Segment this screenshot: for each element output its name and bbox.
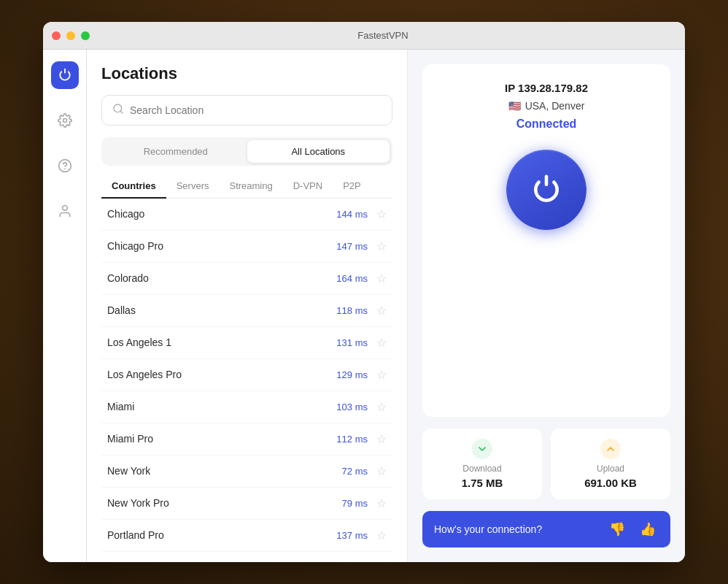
svg-point-3 (62, 206, 67, 211)
favorite-icon[interactable]: ☆ (376, 464, 387, 478)
location-item-ms: 79 ms (342, 498, 368, 509)
location-item-name: New York (107, 465, 342, 477)
maximize-button[interactable] (81, 31, 90, 40)
svg-point-0 (63, 119, 66, 123)
location-item-ms: 144 ms (336, 209, 368, 220)
location-item-ms: 147 ms (336, 241, 368, 252)
tab-recommended[interactable]: Recommended (104, 140, 247, 163)
stats-row: Download 1.75 MB Upload 691.00 KB (422, 429, 670, 499)
location-item-name: Portland Pro (107, 529, 336, 541)
minimize-button[interactable] (66, 31, 75, 40)
upload-stat: Upload 691.00 KB (551, 429, 670, 499)
sidebar (43, 50, 87, 562)
favorite-icon[interactable]: ☆ (376, 207, 387, 221)
search-input[interactable] (130, 104, 382, 116)
upload-label: Upload (597, 464, 624, 474)
traffic-lights (52, 31, 90, 40)
location-item-ms: 164 ms (336, 273, 368, 284)
location-item-name: Miami (107, 401, 336, 412)
location-item-name: Chicago Pro (107, 240, 336, 252)
download-value: 1.75 MB (462, 477, 503, 489)
sidebar-item-help[interactable] (51, 152, 79, 180)
flag-icon: 🇺🇸 (508, 100, 521, 112)
location-list: Chicago 144 ms ☆ Chicago Pro 147 ms ☆ Co… (101, 199, 392, 563)
favorite-icon[interactable]: ☆ (376, 272, 387, 285)
list-item[interactable]: Miami Pro 112 ms ☆ (101, 423, 392, 456)
ip-address: IP 139.28.179.82 (505, 82, 588, 94)
app-window: FastestVPN (43, 22, 685, 562)
sidebar-item-power[interactable] (51, 61, 79, 89)
location-item-name: Dallas (107, 304, 336, 316)
thumbs-up-button[interactable]: 👍 (637, 520, 659, 539)
favorite-icon[interactable]: ☆ (376, 529, 387, 542)
search-icon (112, 103, 124, 118)
thumbs-down-button[interactable]: 👎 (606, 520, 628, 539)
favorite-icon[interactable]: ☆ (376, 368, 387, 382)
location-item-name: New York Pro (107, 497, 342, 509)
search-bar[interactable] (101, 95, 392, 126)
subtab-p2p[interactable]: P2P (333, 174, 371, 199)
subtab-countries[interactable]: Countries (101, 174, 166, 199)
location-item-name: Los Angeles Pro (107, 369, 336, 380)
favorite-icon[interactable]: ☆ (376, 336, 387, 350)
location-flag-row: 🇺🇸 USA, Denver (508, 100, 585, 112)
location-item-ms: 72 ms (342, 466, 368, 477)
svg-line-5 (120, 111, 123, 113)
connection-card: IP 139.28.179.82 🇺🇸 USA, Denver Connecte… (422, 64, 670, 417)
location-item-ms: 112 ms (336, 434, 368, 445)
favorite-icon[interactable]: ☆ (376, 496, 387, 510)
download-label: Download (462, 464, 501, 474)
feedback-bar: How's your connection? 👎 👍 (422, 511, 670, 548)
list-item[interactable]: Los Angeles 1 131 ms ☆ (101, 327, 392, 359)
list-item[interactable]: Colorado 164 ms ☆ (101, 263, 392, 295)
location-item-name: Chicago (107, 208, 336, 220)
page-title: Locations (101, 64, 392, 83)
list-item[interactable]: New York Pro 79 ms ☆ (101, 488, 392, 520)
list-item[interactable]: Chicago Pro 147 ms ☆ (101, 231, 392, 263)
window-title: FastestVPN (90, 30, 676, 41)
location-item-ms: 103 ms (336, 402, 368, 412)
sidebar-item-account[interactable] (51, 197, 79, 225)
favorite-icon[interactable]: ☆ (376, 432, 387, 446)
connection-status: Connected (516, 118, 577, 131)
favorite-icon[interactable]: ☆ (376, 304, 387, 318)
location-item-ms: 137 ms (336, 530, 368, 541)
location-item-name: Miami Pro (107, 433, 336, 445)
download-stat: Download 1.75 MB (422, 429, 542, 499)
power-button-wrap (499, 142, 594, 237)
location-item-name: Los Angeles 1 (107, 337, 336, 348)
favorite-icon[interactable]: ☆ (376, 239, 387, 253)
list-item[interactable]: New York 72 ms ☆ (101, 456, 392, 488)
list-item[interactable]: Portland Pro 137 ms ☆ (101, 520, 392, 552)
subtab-streaming[interactable]: Streaming (219, 174, 282, 199)
main-tabs: Recommended All Locations (101, 137, 392, 166)
sidebar-item-settings[interactable] (51, 107, 79, 134)
power-button[interactable] (506, 150, 586, 230)
list-item[interactable]: Dallas 118 ms ☆ (101, 295, 392, 327)
upload-value: 691.00 KB (584, 477, 637, 489)
tab-all-locations[interactable]: All Locations (247, 140, 390, 163)
location-item-ms: 131 ms (336, 337, 368, 348)
main-content: Locations Recommended All Locations Coun… (43, 50, 685, 562)
location-item-ms: 118 ms (336, 305, 368, 316)
titlebar: FastestVPN (43, 22, 685, 50)
download-icon-circle (472, 439, 492, 459)
list-item[interactable]: Los Angeles Pro 129 ms ☆ (101, 359, 392, 391)
subtab-dvpn[interactable]: D-VPN (283, 174, 333, 199)
close-button[interactable] (52, 31, 61, 40)
left-panel: Locations Recommended All Locations Coun… (87, 50, 408, 562)
feedback-text: How's your connection? (434, 523, 597, 535)
sub-tabs: Countries Servers Streaming D-VPN P2P (101, 174, 392, 199)
location-item-ms: 129 ms (336, 369, 368, 380)
location-item-name: Colorado (107, 272, 336, 284)
favorite-icon[interactable]: ☆ (376, 400, 387, 414)
upload-icon-circle (600, 439, 621, 459)
list-item[interactable]: Chicago 144 ms ☆ (101, 199, 392, 231)
right-panel: IP 139.28.179.82 🇺🇸 USA, Denver Connecte… (408, 50, 685, 562)
location-name: USA, Denver (525, 100, 585, 112)
list-item[interactable]: Miami 103 ms ☆ (101, 391, 392, 423)
subtab-servers[interactable]: Servers (166, 174, 220, 199)
